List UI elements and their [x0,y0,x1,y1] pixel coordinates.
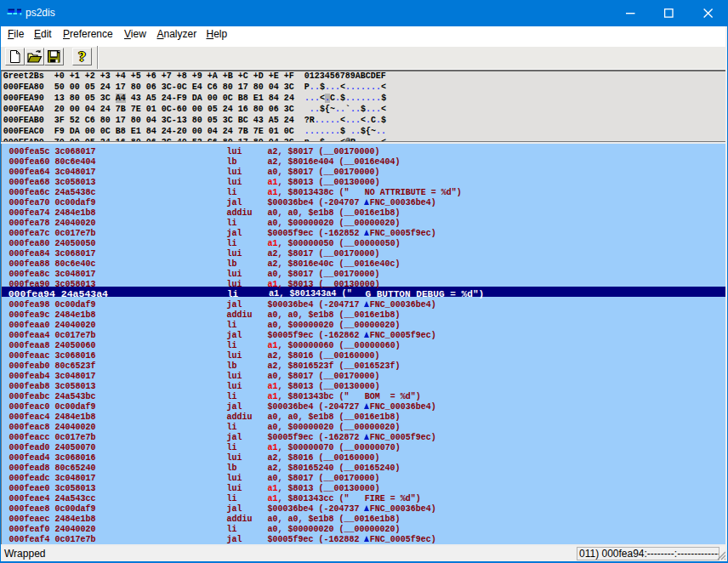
svg-text:?: ? [78,48,85,65]
